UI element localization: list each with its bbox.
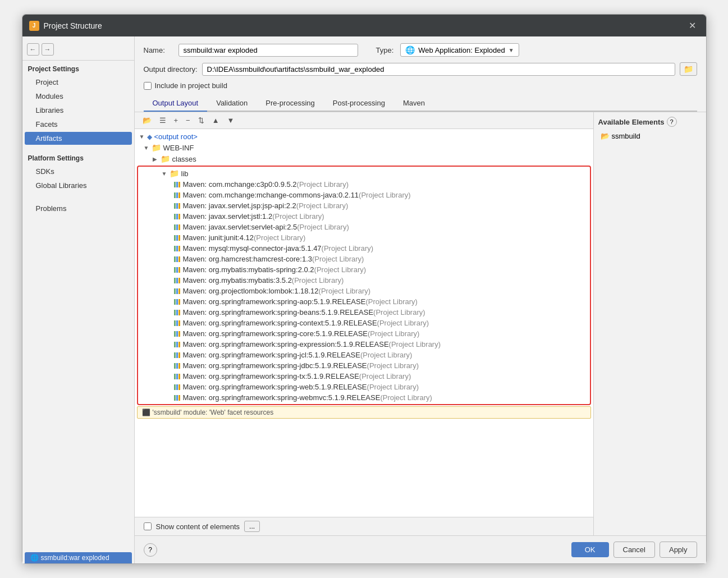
back-button[interactable]: ←: [27, 43, 39, 56]
tree-folder-btn[interactable]: 📂: [139, 114, 155, 126]
suffix-label: (Project Library): [292, 276, 344, 285]
browse-folder-button[interactable]: 📁: [680, 62, 697, 76]
lib-icon: [174, 299, 180, 305]
tree-item-m19[interactable]: Maven: org.springframework:spring-tx:5.1…: [139, 371, 589, 382]
sidebar-item-project[interactable]: Project: [25, 76, 132, 89]
sidebar: ← → Project Settings Project Modules Lib…: [22, 36, 135, 563]
tree-list-btn[interactable]: ☰: [156, 114, 170, 126]
sidebar-item-artifacts[interactable]: Artifacts: [25, 132, 132, 145]
sidebar-item-facets[interactable]: Facets: [25, 118, 132, 131]
tree-item-m16[interactable]: Maven: org.springframework:spring-expres…: [139, 339, 589, 350]
tree-item-output-root[interactable]: ▼ ◆ <output root>: [135, 131, 593, 142]
tree-down-btn[interactable]: ▼: [224, 114, 238, 126]
tab-post-processing[interactable]: Post-processing: [324, 95, 394, 112]
forward-button[interactable]: →: [42, 43, 54, 56]
suffix-label: (Project Library): [359, 191, 410, 199]
tree-item-m20[interactable]: Maven: org.springframework:spring-web:5.…: [139, 382, 589, 392]
tree-item-m1[interactable]: Maven: com.mchange:c3p0:0.9.5.2 (Project…: [139, 179, 589, 190]
tree-item-m18[interactable]: Maven: org.springframework:spring-jdbc:5…: [139, 360, 589, 371]
avail-help-button[interactable]: ?: [667, 117, 677, 127]
project-settings-header: Project Settings: [22, 61, 134, 75]
output-dir-input[interactable]: [202, 63, 675, 76]
sidebar-item-libraries[interactable]: Libraries: [25, 104, 132, 117]
tree-item-m6[interactable]: Maven: junit:junit:4.12 (Project Library…: [139, 232, 589, 243]
tree-remove-btn[interactable]: −: [182, 114, 194, 126]
avail-item-ssmbuild[interactable]: 📂 ssmbuild: [598, 130, 702, 142]
tree-item-m14[interactable]: Maven: org.springframework:spring-contex…: [139, 318, 589, 328]
cancel-button[interactable]: Cancel: [613, 542, 655, 558]
close-button[interactable]: ✕: [685, 19, 699, 32]
module-icon: ⬛: [142, 409, 150, 416]
tree-item-m21[interactable]: Maven: org.springframework:spring-webmvc…: [139, 392, 589, 403]
include-build-label: Include in project build: [155, 81, 227, 90]
sidebar-item-global-libraries[interactable]: Global Libraries: [25, 179, 132, 192]
tree-item-m2[interactable]: Maven: com.mchange:mchange-commons-java:…: [139, 190, 589, 200]
tab-maven[interactable]: Maven: [394, 95, 434, 112]
root-icon: ◆: [147, 133, 152, 141]
ssmbuild-module-item[interactable]: ⬛ 'ssmbuild' module: 'Web' facet resourc…: [137, 406, 591, 419]
toggle-icon: ▼: [162, 171, 170, 177]
suffix-label: (Project Library): [377, 319, 429, 327]
tree-item-m5[interactable]: Maven: javax.servlet:servlet-api:2.5 (Pr…: [139, 222, 589, 232]
tree-sort-btn[interactable]: ⇅: [195, 114, 208, 126]
artifact-tab[interactable]: 🌐 ssmbuild:war exploded: [25, 552, 132, 563]
tree-item-m4[interactable]: Maven: javax.servlet:jstl:1.2 (Project L…: [139, 211, 589, 222]
help-button[interactable]: ?: [144, 543, 157, 557]
show-content-label: Show content of elements: [156, 522, 240, 531]
more-options-button[interactable]: ...: [244, 521, 260, 532]
suffix-label: (Project Library): [368, 329, 419, 338]
sidebar-item-sdks[interactable]: SDKs: [25, 165, 132, 178]
tree-item-web-inf[interactable]: ▼ 📁 WEB-INF: [135, 142, 593, 153]
content-area: 📂 ☰ + − ⇅ ▲ ▼ ▼ ◆ <output root>: [135, 112, 706, 535]
type-dropdown-arrow: ▼: [509, 47, 514, 53]
app-icon: J: [29, 21, 39, 31]
lib-icon: [174, 203, 180, 209]
lib-icon: [174, 182, 180, 187]
show-content-checkbox[interactable]: [144, 522, 152, 530]
name-input[interactable]: [178, 44, 358, 57]
tree-item-classes[interactable]: ▶ 📁 classes: [135, 153, 593, 164]
tree-item-m8[interactable]: Maven: org.hamcrest:hamcrest-core:1.3 (P…: [139, 254, 589, 264]
ok-button[interactable]: OK: [571, 542, 609, 557]
module-label: 'ssmbuild' module: 'Web' facet resources: [153, 409, 274, 416]
item-label: Maven: org.springframework:spring-core:5…: [183, 329, 368, 338]
item-label: Maven: javax.servlet:servlet-api:2.5: [183, 223, 297, 231]
tab-validation[interactable]: Validation: [207, 95, 257, 112]
tree-add-btn[interactable]: +: [171, 114, 182, 126]
tree-item-m3[interactable]: Maven: javax.servlet.jsp:jsp-api:2.2 (Pr…: [139, 200, 589, 211]
lib-icon: [174, 310, 180, 315]
suffix-label: (Project Library): [297, 180, 349, 189]
tree-item-m15[interactable]: Maven: org.springframework:spring-core:5…: [139, 328, 589, 339]
tree-up-btn[interactable]: ▲: [209, 114, 223, 126]
item-label: WEB-INF: [163, 144, 194, 152]
suffix-label: (Project Library): [373, 308, 425, 316]
tree-item-m11[interactable]: Maven: org.projectlombok:lombok:1.18.12 …: [139, 286, 589, 296]
tree-item-m12[interactable]: Maven: org.springframework:spring-aop:5.…: [139, 296, 589, 307]
tree-item-m10[interactable]: Maven: org.mybatis:mybatis:3.5.2 (Projec…: [139, 275, 589, 286]
toggle-icon: ▶: [153, 156, 161, 162]
tree-item-m17[interactable]: Maven: org.springframework:spring-jcl:5.…: [139, 350, 589, 360]
type-label: Type:: [376, 46, 394, 54]
item-label: Maven: org.springframework:spring-webmvc…: [183, 393, 381, 402]
type-select[interactable]: 🌐 Web Application: Exploded ▼: [400, 43, 519, 57]
include-build-checkbox[interactable]: [144, 82, 152, 90]
lib-icon: [174, 320, 180, 326]
sidebar-item-problems[interactable]: Problems: [25, 202, 132, 215]
tree-item-m9[interactable]: Maven: org.mybatis:mybatis-spring:2.0.2 …: [139, 264, 589, 275]
tabs-row: Output Layout Validation Pre-processing …: [144, 95, 697, 112]
action-buttons: ? OK Cancel Apply: [135, 535, 706, 563]
main-content: ← → Project Settings Project Modules Lib…: [22, 36, 706, 563]
tree-item-m13[interactable]: Maven: org.springframework:spring-beans:…: [139, 307, 589, 318]
sidebar-item-modules[interactable]: Modules: [25, 90, 132, 103]
suffix-label: (Project Library): [272, 212, 324, 221]
tab-output-layout[interactable]: Output Layout: [144, 95, 208, 112]
tree-item-lib[interactable]: ▼ 📁 lib: [139, 168, 589, 179]
item-label: Maven: org.springframework:spring-aop:5.…: [183, 297, 366, 306]
toggle-icon: ▼: [139, 134, 147, 140]
tab-pre-processing[interactable]: Pre-processing: [257, 95, 323, 112]
tree-item-m7[interactable]: Maven: mysql:mysql-connector-java:5.1.47…: [139, 243, 589, 254]
folder-icon: 📁: [152, 143, 161, 152]
apply-button[interactable]: Apply: [660, 542, 697, 558]
item-label: classes: [172, 155, 196, 163]
lib-icon: [174, 192, 180, 198]
